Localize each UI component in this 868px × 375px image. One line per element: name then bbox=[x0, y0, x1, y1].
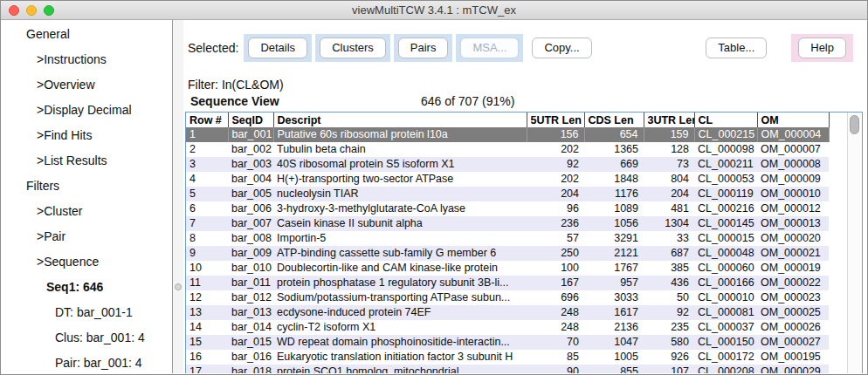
table-cell[interactable]: OM_000022 bbox=[757, 276, 829, 290]
table-cell[interactable]: OM_000012 bbox=[757, 201, 829, 216]
clusters-button[interactable]: Clusters bbox=[320, 38, 386, 58]
table-cell[interactable]: 11 bbox=[186, 276, 228, 290]
sidebar-item-list-results[interactable]: >List Results bbox=[1, 147, 172, 173]
table-cell[interactable]: 6 bbox=[186, 201, 228, 216]
table-cell[interactable]: 248 bbox=[527, 320, 584, 335]
table-row[interactable]: 3bar_00340S ribosomal protein S5 isoform… bbox=[186, 157, 847, 172]
table-cell[interactable]: Doublecortin-like and CAM kinase-like pr… bbox=[273, 261, 527, 276]
table-cell[interactable]: bar_002 bbox=[228, 142, 273, 157]
table-cell[interactable]: CL_000216 bbox=[694, 201, 757, 216]
sidebar-item-display-decimal[interactable]: >Display Decimal bbox=[1, 97, 172, 122]
table-button[interactable]: Table... bbox=[706, 38, 767, 58]
sidebar-item-pair[interactable]: >Pair bbox=[1, 223, 172, 249]
table-cell[interactable]: 236 bbox=[527, 216, 584, 231]
table-row[interactable]: 16bar_016Eukaryotic translation initiati… bbox=[186, 350, 847, 365]
table-cell[interactable]: 159 bbox=[644, 127, 694, 142]
scrollbar-thumb[interactable] bbox=[850, 115, 859, 134]
table-cell[interactable]: bar_007 bbox=[228, 216, 273, 231]
table-cell[interactable]: 3291 bbox=[584, 231, 644, 246]
column-header-5utr-len[interactable]: 5UTR Len bbox=[527, 112, 584, 127]
table-cell[interactable]: 156 bbox=[527, 127, 584, 142]
split-divider[interactable] bbox=[173, 20, 183, 373]
table-cell[interactable]: CL_000037 bbox=[694, 320, 757, 335]
table-cell[interactable]: 250 bbox=[527, 246, 584, 261]
sidebar-item-dt-bar-001-1[interactable]: DT: bar_001-1 bbox=[1, 299, 172, 324]
table-cell[interactable]: 2121 bbox=[584, 246, 644, 261]
table-cell[interactable]: 128 bbox=[644, 142, 694, 157]
table-row[interactable]: 5bar_005nucleolysin TIAR2041176204CL_000… bbox=[186, 187, 847, 201]
table-cell[interactable]: bar_009 bbox=[228, 246, 273, 261]
sidebar-item-overview[interactable]: >Overview bbox=[1, 72, 172, 97]
table-cell[interactable]: 204 bbox=[644, 187, 694, 201]
table-cell[interactable]: CL_000119 bbox=[694, 187, 757, 201]
sidebar-item-clus-bar-001-4[interactable]: Clus: bar_001: 4 bbox=[1, 324, 172, 350]
column-header-om[interactable]: OM bbox=[757, 112, 829, 127]
table-cell[interactable]: nucleolysin TIAR bbox=[273, 187, 527, 201]
table-cell[interactable]: OM_000019 bbox=[757, 261, 829, 276]
close-button[interactable] bbox=[9, 5, 19, 16]
table-cell[interactable]: 3-hydroxy-3-methylglutarate-CoA lyase bbox=[273, 201, 527, 216]
table-cell[interactable]: OM_000023 bbox=[757, 290, 829, 305]
table-cell[interactable]: bar_004 bbox=[228, 172, 273, 187]
table-cell[interactable]: bar_008 bbox=[228, 231, 273, 246]
table-cell[interactable]: 85 bbox=[527, 350, 584, 365]
sidebar-item-filters[interactable]: Filters bbox=[1, 173, 172, 198]
table-cell[interactable]: 855 bbox=[584, 365, 644, 373]
table-cell[interactable]: 1 bbox=[186, 127, 228, 142]
table-cell[interactable]: 1848 bbox=[584, 172, 644, 187]
table-cell[interactable]: bar_001 bbox=[228, 127, 273, 142]
table-row[interactable]: 14bar_014cyclin-T2 isoform X12482136235C… bbox=[186, 320, 847, 335]
table-cell[interactable]: CL_000053 bbox=[694, 172, 757, 187]
column-header-cds-len[interactable]: CDS Len bbox=[584, 112, 644, 127]
column-header-row[interactable]: Row # bbox=[186, 112, 228, 127]
table-cell[interactable]: 436 bbox=[644, 276, 694, 290]
table-cell[interactable]: 92 bbox=[527, 157, 584, 172]
table-cell[interactable]: 73 bbox=[644, 157, 694, 172]
table-cell[interactable]: 57 bbox=[527, 231, 584, 246]
table-cell[interactable]: 235 bbox=[644, 320, 694, 335]
table-cell[interactable]: 16 bbox=[186, 350, 228, 365]
table-cell[interactable]: 17 bbox=[186, 365, 228, 373]
sidebar-item-pair-bar-001-4[interactable]: Pair: bar_001: 4 bbox=[1, 350, 172, 373]
table-cell[interactable]: OM_000021 bbox=[757, 246, 829, 261]
sidebar-item-cluster[interactable]: >Cluster bbox=[1, 198, 172, 223]
table-row[interactable]: 2bar_002Tubulin beta chain2021365128CL_0… bbox=[186, 142, 847, 157]
table-cell[interactable]: 12 bbox=[186, 290, 228, 305]
table-cell[interactable]: bar_010 bbox=[228, 261, 273, 276]
table-cell[interactable]: 1005 bbox=[584, 350, 644, 365]
table-row[interactable]: 12bar_012Sodium/potassium-transporting A… bbox=[186, 290, 847, 305]
table-cell[interactable]: CL_000172 bbox=[694, 350, 757, 365]
table-cell[interactable]: 804 bbox=[644, 172, 694, 187]
pairs-button[interactable]: Pairs bbox=[398, 38, 449, 58]
table-cell[interactable]: CL_000010 bbox=[694, 290, 757, 305]
table-cell[interactable]: 2136 bbox=[584, 320, 644, 335]
table-cell[interactable]: 3 bbox=[186, 157, 228, 172]
table-cell[interactable]: Importin-5 bbox=[273, 231, 527, 246]
table-cell[interactable]: 5 bbox=[186, 187, 228, 201]
table-cell[interactable]: 1176 bbox=[584, 187, 644, 201]
table-cell[interactable]: OM_000007 bbox=[757, 142, 829, 157]
table-cell[interactable]: 100 bbox=[527, 261, 584, 276]
table-cell[interactable]: 957 bbox=[584, 276, 644, 290]
table-cell[interactable]: CL_000215 bbox=[694, 127, 757, 142]
table-row[interactable]: 9bar_009ATP-binding cassette sub-family … bbox=[186, 246, 847, 261]
table-cell[interactable]: 1056 bbox=[584, 216, 644, 231]
table-cell[interactable]: 202 bbox=[527, 142, 584, 157]
table-cell[interactable]: 385 bbox=[644, 261, 694, 276]
table-cell[interactable]: 13 bbox=[186, 305, 228, 320]
divider-grip-icon[interactable] bbox=[175, 283, 182, 290]
table-cell[interactable]: 2 bbox=[186, 142, 228, 157]
table-cell[interactable]: 92 bbox=[644, 305, 694, 320]
table-cell[interactable]: Tubulin beta chain bbox=[273, 142, 527, 157]
table-cell[interactable]: 1767 bbox=[584, 261, 644, 276]
table-cell[interactable]: OM_000195 bbox=[757, 350, 829, 365]
table-cell[interactable]: Sodium/potassium-transporting ATPase sub… bbox=[273, 290, 527, 305]
table-cell[interactable]: protein SCO1 homolog, mitochondrial bbox=[273, 365, 527, 373]
sidebar-item-general[interactable]: General bbox=[1, 21, 172, 46]
table-cell[interactable]: OM_000013 bbox=[757, 216, 829, 231]
table-row[interactable]: 11bar_011protein phosphatase 1 regulator… bbox=[186, 276, 847, 290]
column-header-descript[interactable]: Descript bbox=[273, 112, 527, 127]
table-cell[interactable]: H(+)-transporting two-sector ATPase bbox=[273, 172, 527, 187]
table-row[interactable]: 10bar_010Doublecortin-like and CAM kinas… bbox=[186, 261, 847, 276]
sidebar-item-instructions[interactable]: >Instructions bbox=[1, 46, 172, 72]
